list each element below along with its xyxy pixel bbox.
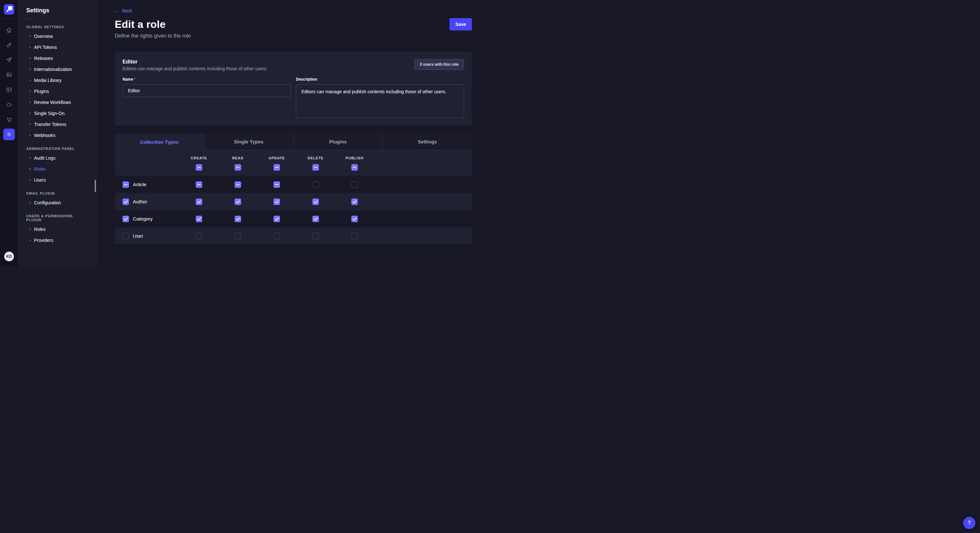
article-read-checkbox[interactable] — [235, 181, 241, 188]
nav-releases-button[interactable] — [3, 54, 15, 66]
strapi-logo[interactable] — [4, 4, 14, 14]
cell — [180, 233, 218, 239]
column-header-read: READ — [232, 156, 243, 160]
user-update-checkbox[interactable] — [274, 233, 280, 239]
sidebar-item-audit-logs[interactable]: Audit Logs — [19, 152, 96, 163]
sidebar-item-transfer-tokens[interactable]: Transfer Tokens — [19, 119, 96, 130]
nav-cloud-button[interactable] — [3, 99, 15, 110]
sidebar-item-label: Media Library — [34, 78, 62, 83]
back-link[interactable]: ← Back — [115, 8, 132, 13]
author-update-checkbox[interactable] — [274, 198, 280, 205]
article-delete-checkbox[interactable] — [312, 181, 319, 188]
main-content: ← Back Edit a role Save Define the right… — [97, 0, 490, 266]
column-read: READ — [218, 156, 257, 171]
author-publish-checkbox[interactable] — [351, 198, 358, 205]
sidebar-item-releases[interactable]: Releases — [19, 53, 96, 64]
cart-icon — [6, 117, 12, 122]
tab-collection-types[interactable]: Collection Types — [115, 133, 204, 150]
user-publish-checkbox[interactable] — [351, 233, 358, 239]
column-header-update: UPDATE — [269, 156, 285, 160]
settings-sidebar: Settings GLOBAL SETTINGS Overview API To… — [19, 0, 97, 266]
sidebar-item-providers[interactable]: Providers — [19, 235, 96, 246]
section-header-global-settings: GLOBAL SETTINGS — [26, 25, 89, 29]
select-all-publish-checkbox[interactable] — [351, 164, 358, 171]
category-create-checkbox[interactable] — [196, 216, 202, 222]
category-update-checkbox[interactable] — [274, 216, 280, 222]
article-row-checkbox[interactable] — [123, 181, 129, 188]
sidebar-item-label: Configuration — [34, 200, 61, 205]
back-arrow-icon: ← — [115, 8, 119, 13]
bullet-icon — [30, 80, 31, 81]
sidebar-title: Settings — [26, 7, 96, 14]
nav-marketplace-button[interactable] — [3, 114, 15, 125]
sidebar-item-configuration[interactable]: Configuration — [19, 197, 96, 208]
tab-settings[interactable]: Settings — [382, 133, 472, 150]
row-label-user: User — [115, 233, 180, 239]
bullet-icon — [30, 157, 31, 159]
user-create-checkbox[interactable] — [196, 233, 202, 239]
row-label-article: Article — [115, 181, 180, 188]
sidebar-scrollbar-thumb[interactable] — [95, 180, 96, 192]
sidebar-item-label: Users — [34, 178, 46, 182]
role-description-input[interactable] — [296, 84, 464, 118]
select-all-create-checkbox[interactable] — [196, 164, 202, 171]
nav-home-button[interactable] — [3, 24, 15, 36]
select-all-read-checkbox[interactable] — [235, 164, 241, 171]
bullet-icon — [30, 90, 31, 92]
tab-plugins[interactable]: Plugins — [293, 133, 383, 150]
page-title: Edit a role — [115, 19, 165, 30]
column-header-create: CREATE — [191, 156, 207, 160]
category-publish-checkbox[interactable] — [351, 216, 358, 222]
sidebar-item-api-tokens[interactable]: API Tokens — [19, 42, 96, 53]
author-create-checkbox[interactable] — [196, 198, 202, 205]
article-create-checkbox[interactable] — [196, 181, 202, 188]
article-update-checkbox[interactable] — [274, 181, 280, 188]
category-row-checkbox[interactable] — [123, 216, 129, 222]
nav-content-type-builder-button[interactable] — [3, 39, 15, 51]
author-read-checkbox[interactable] — [235, 198, 241, 205]
role-name-input[interactable] — [123, 84, 291, 97]
sidebar-item-review-workflows[interactable]: Review Workflows — [19, 97, 96, 108]
section-header-email-plugin: EMAIL PLUGIN — [26, 191, 89, 195]
cell — [335, 181, 374, 188]
cell — [180, 198, 218, 205]
cell — [257, 198, 296, 205]
sidebar-item-single-sign-on[interactable]: Single Sign-On — [19, 108, 96, 119]
category-read-checkbox[interactable] — [235, 216, 241, 222]
sidebar-item-webhooks[interactable]: Webhooks — [19, 130, 96, 141]
article-publish-checkbox[interactable] — [351, 181, 358, 188]
author-row-checkbox[interactable] — [123, 198, 129, 205]
user-delete-checkbox[interactable] — [312, 233, 319, 239]
rail-bottom: KD — [4, 248, 14, 266]
column-update: UPDATE — [257, 156, 296, 171]
sidebar-item-up-roles[interactable]: Roles — [19, 224, 96, 235]
select-all-delete-checkbox[interactable] — [312, 164, 319, 171]
main-nav-rail: KD — [0, 0, 19, 266]
user-avatar[interactable]: KD — [4, 252, 14, 261]
tab-single-types[interactable]: Single Types — [204, 133, 293, 150]
home-icon — [6, 27, 12, 33]
sidebar-item-plugins[interactable]: Plugins — [19, 86, 96, 97]
sidebar-item-label: Webhooks — [34, 133, 56, 138]
author-delete-checkbox[interactable] — [312, 198, 319, 205]
nav-content-manager-button[interactable] — [3, 84, 15, 95]
select-all-update-checkbox[interactable] — [274, 164, 280, 171]
sidebar-item-overview[interactable]: Overview — [19, 31, 96, 42]
column-publish: PUBLISH — [335, 156, 374, 171]
row-label-category: Category — [115, 216, 180, 222]
users-with-role-badge[interactable]: 0 users with this role — [415, 59, 464, 70]
save-button[interactable]: Save — [450, 18, 472, 30]
sidebar-item-users[interactable]: Users — [19, 174, 96, 186]
user-read-checkbox[interactable] — [235, 233, 241, 239]
cell — [296, 181, 335, 188]
category-delete-checkbox[interactable] — [312, 216, 319, 222]
row-name: User — [133, 233, 143, 239]
nav-media-library-button[interactable] — [3, 69, 15, 81]
nav-settings-button[interactable] — [3, 128, 15, 140]
sidebar-item-internationalization[interactable]: Internationalization — [19, 64, 96, 75]
sidebar-item-roles[interactable]: Roles — [19, 163, 96, 174]
sidebar-item-media-library[interactable]: Media Library — [19, 75, 96, 86]
page-subtitle: Define the rights given to the role — [115, 33, 472, 39]
user-row-checkbox[interactable] — [123, 233, 129, 239]
role-form: Name* Description — [123, 77, 464, 118]
